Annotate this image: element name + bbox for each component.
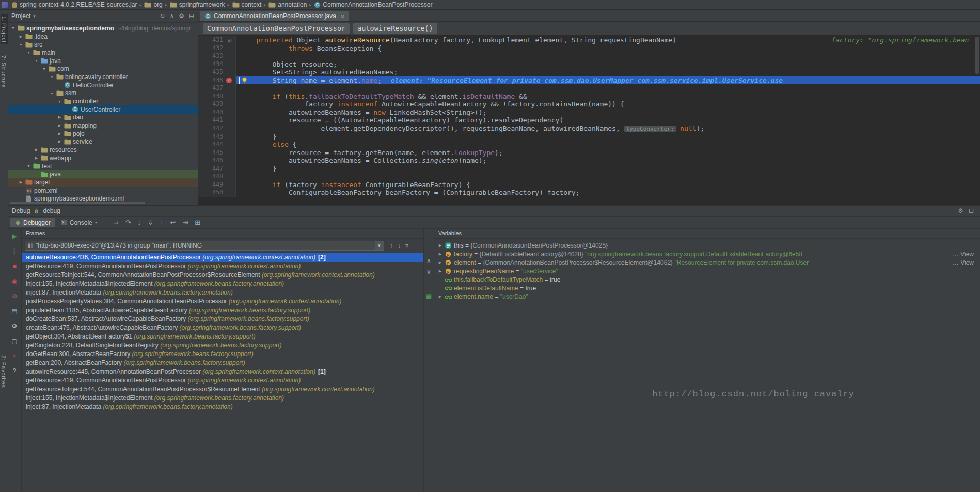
tree-item[interactable]: CUserController: [8, 105, 198, 114]
tree-item[interactable]: ▼ssm: [8, 89, 198, 98]
stack-frame-row[interactable]: inject:87, InjectionMetadata (org.spring…: [22, 403, 423, 411]
code-editor[interactable]: 431@ protected Object autowireResource(B…: [198, 35, 980, 205]
code-line[interactable]: 445 resource = factory.getBean(name, ele…: [198, 149, 980, 157]
dropdown-caret-icon[interactable]: ▼: [375, 241, 384, 250]
hide-library-frames-icon[interactable]: ▿: [405, 242, 408, 249]
tree-toggle-icon[interactable]: ▼: [49, 91, 55, 95]
evaluate-expression-icon[interactable]: ⊞: [195, 219, 200, 226]
tree-item[interactable]: ▼com: [8, 65, 198, 73]
run-config-name[interactable]: debug: [43, 207, 60, 214]
expand-arrow-icon[interactable]: ▶: [437, 252, 444, 256]
tree-item[interactable]: ▼springmybatisexceptiondemo~/blog/blog_d…: [8, 24, 198, 33]
tree-toggle-icon[interactable]: ▼: [33, 59, 40, 63]
resume-icon[interactable]: ▶: [12, 233, 17, 241]
tree-item[interactable]: ▶dao: [8, 114, 198, 122]
close-tab-icon[interactable]: ×: [341, 13, 345, 20]
code-line[interactable]: 444 else {: [198, 141, 980, 149]
variable-row[interactable]: ▶pelement = {CommonAnnotationBeanPostPro…: [434, 258, 980, 267]
code-line[interactable]: 438 if (this.fallbackToDefaultTypeMatch …: [198, 93, 980, 101]
tree-item[interactable]: mpom.xml: [8, 187, 198, 195]
breadcrumb-item[interactable]: spring-context-4.0.2.RELEASE-sources.jar: [11, 1, 137, 8]
breadcrumb-item[interactable]: org: [144, 1, 162, 8]
tree-toggle-icon[interactable]: ▶: [56, 115, 63, 119]
variable-row[interactable]: ▶element.name = "userDao": [434, 293, 980, 301]
tree-toggle-icon[interactable]: ▼: [41, 67, 48, 71]
hide-panel-icon[interactable]: ⊟: [189, 13, 194, 19]
close-icon[interactable]: ×: [12, 353, 16, 361]
breadcrumb-method[interactable]: autowireResource(): [353, 23, 437, 34]
settings-gear-icon[interactable]: ⚙: [179, 13, 184, 19]
mute-breakpoints-icon[interactable]: ⊘: [12, 293, 17, 301]
tree-item[interactable]: ▶mapping: [8, 121, 198, 130]
stack-frame-row[interactable]: getResourceToInject:544, CommonAnnotatio…: [22, 385, 423, 394]
expand-arrow-icon[interactable]: ▶: [437, 243, 444, 248]
tree-toggle-icon[interactable]: ▼: [25, 51, 32, 54]
chevron-down-icon[interactable]: ▾: [95, 220, 97, 225]
tree-toggle-icon[interactable]: ▼: [18, 43, 24, 47]
tree-toggle-icon[interactable]: ▶: [18, 180, 24, 185]
pause-icon[interactable]: ║: [12, 248, 17, 256]
breadcrumb-item[interactable]: context: [232, 1, 262, 8]
intention-bulb-icon[interactable]: [242, 77, 247, 85]
expand-arrow-icon[interactable]: ▶: [437, 260, 444, 265]
stack-frame-row[interactable]: autowireResource:445, CommonAnnotationBe…: [22, 367, 423, 376]
view-breakpoints-icon[interactable]: ◉: [12, 278, 17, 286]
breadcrumb-item[interactable]: springframework: [170, 1, 225, 8]
tree-item[interactable]: ▶service: [8, 138, 198, 146]
run-to-cursor-icon[interactable]: ⇥: [182, 219, 188, 226]
tree-item[interactable]: ▼test: [8, 162, 198, 171]
editor-scrollbar[interactable]: [975, 37, 979, 74]
thread-selector[interactable]: "http-bio-8080-exec-20"@13,473 in group …: [25, 241, 384, 251]
restore-layout-icon[interactable]: ▢: [11, 338, 17, 346]
tab-console[interactable]: Console▾: [56, 218, 102, 227]
stop-icon[interactable]: ■: [12, 263, 16, 271]
expand-arrow-icon[interactable]: ▶: [437, 269, 444, 273]
tree-item[interactable]: ▼controller: [8, 97, 198, 105]
code-line[interactable]: 434 Object resource;: [198, 60, 980, 69]
code-line[interactable]: 441 resource = ((AutowireCapableBeanFact…: [198, 116, 980, 125]
tree-toggle-icon[interactable]: ▼: [56, 100, 63, 103]
chevron-down-icon[interactable]: ▾: [33, 13, 36, 19]
stack-frame-row[interactable]: getResource:419, CommonAnnotationBeanPos…: [22, 262, 423, 271]
code-line[interactable]: 443 }: [198, 133, 980, 141]
tree-toggle-icon[interactable]: ▶: [33, 148, 40, 152]
code-line[interactable]: 450 ConfigurableBeanFactory beanFactory …: [198, 189, 980, 197]
tree-toggle-icon[interactable]: ▶: [33, 156, 40, 160]
tree-item[interactable]: ▶target: [8, 178, 198, 187]
code-line[interactable]: 448: [198, 173, 980, 181]
tree-toggle-icon[interactable]: ▶: [56, 124, 63, 128]
stack-frame-row[interactable]: postProcessPropertyValues:304, CommonAnn…: [22, 297, 423, 306]
stack-frame-row[interactable]: doCreateBean:537, AbstractAutowireCapabl…: [22, 315, 423, 324]
step-into-icon[interactable]: ↓: [138, 219, 141, 226]
horizontal-scrollbar[interactable]: [10, 202, 145, 204]
tool-button-favorites[interactable]: 2: Favorites: [1, 355, 7, 388]
code-line[interactable]: 439 factory instanceof AutowireCapableBe…: [198, 100, 980, 109]
view-link[interactable]: View: [960, 259, 974, 266]
stack-frame-row[interactable]: inject:155, InjectionMetadata$InjectedEl…: [22, 280, 423, 288]
code-line[interactable]: 436✓ String name = element.name;element:…: [198, 76, 980, 85]
next-frame-icon[interactable]: ↓: [398, 242, 401, 249]
view-options-icon[interactable]: ▦: [426, 293, 432, 299]
stack-frame-row[interactable]: getBean:200, AbstractBeanFactory (org.sp…: [22, 359, 423, 367]
variable-row[interactable]: this.fallbackToDefaultTypeMatch = true: [434, 275, 980, 284]
breadcrumb-item[interactable]: annotation: [268, 1, 307, 8]
breadcrumb-item[interactable]: CCommonAnnotationBeanPostProcessor: [314, 1, 432, 8]
tree-item[interactable]: ▼java: [8, 57, 198, 65]
tree-item[interactable]: ▶.idea: [8, 33, 198, 41]
tool-button-project[interactable]: 1: Project: [1, 14, 8, 44]
code-line[interactable]: 435 Set<String> autowiredBeanNames;: [198, 68, 980, 76]
tree-item[interactable]: ▶webapp: [8, 154, 198, 162]
tree-item[interactable]: ▼src: [8, 40, 198, 49]
stack-frame-row[interactable]: inject:87, InjectionMetadata (org.spring…: [22, 288, 423, 297]
breakpoint-icon[interactable]: ✓: [226, 78, 232, 83]
step-over-icon[interactable]: ↷: [125, 219, 131, 226]
breadcrumb-class[interactable]: CommonAnnotationBeanPostProcessor: [203, 23, 350, 34]
tree-toggle-icon[interactable]: ▶: [56, 140, 63, 144]
code-line[interactable]: 433: [198, 52, 980, 60]
code-line[interactable]: 437: [198, 84, 980, 93]
variable-row[interactable]: ▶this = {CommonAnnotationBeanPostProcess…: [434, 241, 980, 250]
tree-toggle-icon[interactable]: ▼: [10, 26, 17, 30]
debugger-settings-icon[interactable]: ⚙: [12, 323, 18, 331]
tree-toggle-icon[interactable]: ▶: [56, 132, 63, 136]
thread-dump-icon[interactable]: ▤: [11, 308, 17, 316]
